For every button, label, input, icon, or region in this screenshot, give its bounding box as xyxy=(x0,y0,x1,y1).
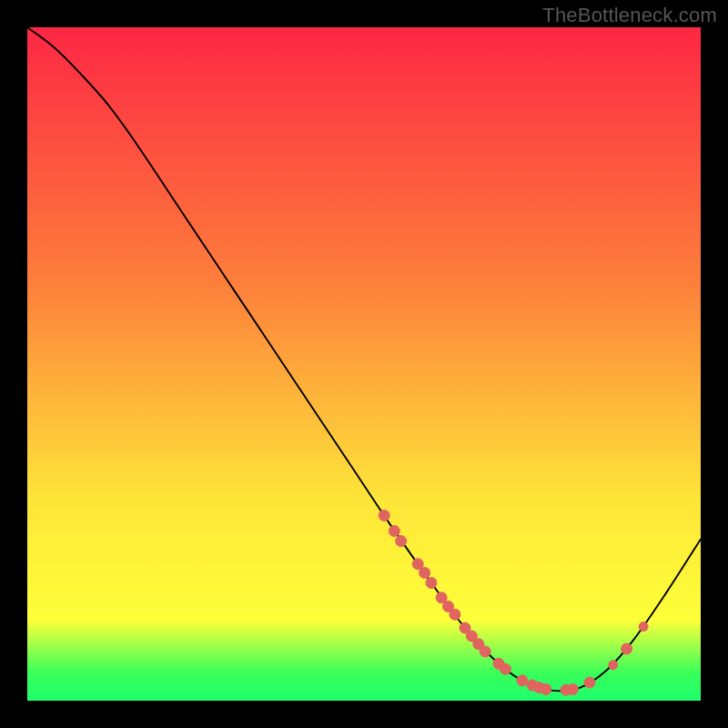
data-point xyxy=(396,536,407,547)
gradient-background xyxy=(27,27,701,701)
chart-svg xyxy=(27,27,701,701)
chart-frame: TheBottleneck.com xyxy=(0,0,728,728)
data-point xyxy=(609,661,618,670)
data-point xyxy=(517,675,528,686)
data-point xyxy=(500,663,511,674)
data-point xyxy=(389,526,399,537)
data-point xyxy=(379,511,389,521)
data-point xyxy=(567,683,578,694)
data-point xyxy=(450,609,460,620)
data-point xyxy=(426,578,437,589)
watermark-text: TheBottleneck.com xyxy=(542,4,717,27)
data-point xyxy=(420,567,430,578)
data-point xyxy=(584,677,595,688)
data-point xyxy=(480,646,490,657)
plot-area xyxy=(27,27,701,701)
data-point xyxy=(639,622,648,632)
data-point xyxy=(541,683,551,694)
data-point xyxy=(622,643,632,654)
